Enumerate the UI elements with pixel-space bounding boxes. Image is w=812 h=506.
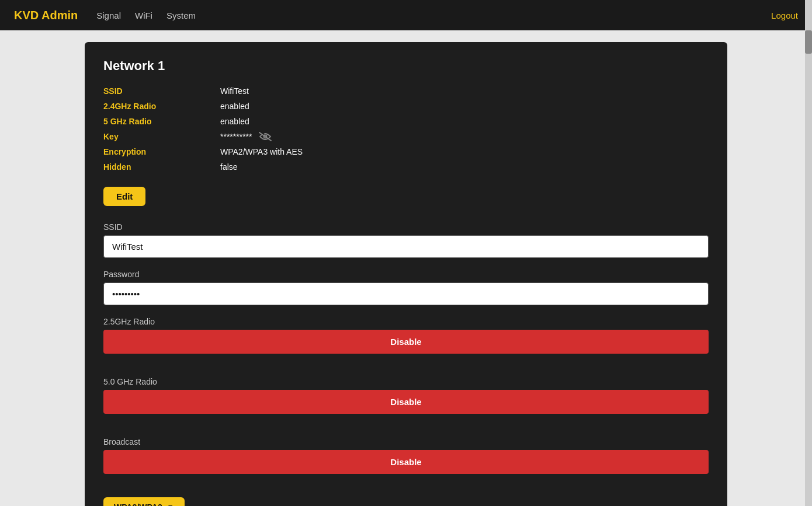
card-title: Network 1 <box>103 58 709 74</box>
nav-signal[interactable]: Signal <box>96 11 121 20</box>
disable-50-button[interactable]: Disable <box>103 390 709 414</box>
radio25-group: 2.5GHz Radio Disable <box>103 317 709 365</box>
password-form-group: Password <box>103 270 709 305</box>
ssid-value: WifiTest <box>220 85 709 97</box>
page-content: Network 1 SSID WifiTest 2.4GHz Radio ena… <box>0 30 812 506</box>
nav-links: Signal WiFi System <box>96 11 771 20</box>
wpa-dropdown-group: WPA2/WPA3 ▼ <box>103 497 709 506</box>
navbar: KVD Admin Signal WiFi System Logout <box>0 0 812 30</box>
scrollbar-thumb[interactable] <box>805 30 812 54</box>
ssid-form-group: SSID <box>103 222 709 258</box>
password-form-label: Password <box>103 270 709 279</box>
radio24-label: 2.4GHz Radio <box>103 100 220 112</box>
disable-broadcast-button[interactable]: Disable <box>103 450 709 474</box>
radio24-value: enabled <box>220 100 709 112</box>
wpa-dropdown-button[interactable]: WPA2/WPA3 ▼ <box>103 497 185 506</box>
ssid-label: SSID <box>103 85 220 97</box>
radio25-label: 2.5GHz Radio <box>103 317 709 326</box>
encryption-value: WPA2/WPA3 with AES <box>220 146 709 158</box>
hidden-value: false <box>220 161 709 173</box>
password-input[interactable] <box>103 282 709 305</box>
chevron-down-icon: ▼ <box>167 503 174 506</box>
ssid-form-label: SSID <box>103 222 709 232</box>
toggle-password-icon[interactable] <box>259 132 272 141</box>
brand-logo: KVD Admin <box>14 9 78 22</box>
info-table: SSID WifiTest 2.4GHz Radio enabled 5 GHz… <box>103 85 709 173</box>
wpa-label: WPA2/WPA3 <box>114 502 162 506</box>
encryption-label: Encryption <box>103 146 220 158</box>
radio5-value: enabled <box>220 116 709 127</box>
ssid-input[interactable] <box>103 235 709 258</box>
hidden-label: Hidden <box>103 161 220 173</box>
radio5-label: 5 GHz Radio <box>103 116 220 127</box>
broadcast-group: Broadcast Disable <box>103 437 709 486</box>
edit-button[interactable]: Edit <box>103 187 145 206</box>
radio50-label: 5.0 GHz Radio <box>103 377 709 386</box>
radio50-group: 5.0 GHz Radio Disable <box>103 377 709 425</box>
nav-system[interactable]: System <box>166 11 196 20</box>
nav-wifi[interactable]: WiFi <box>135 11 152 20</box>
logout-link[interactable]: Logout <box>771 11 798 20</box>
key-value: ********** <box>220 131 709 142</box>
network-card: Network 1 SSID WifiTest 2.4GHz Radio ena… <box>85 42 727 506</box>
broadcast-label: Broadcast <box>103 437 709 446</box>
key-label: Key <box>103 131 220 142</box>
scrollbar-track <box>805 0 812 506</box>
disable-24-button[interactable]: Disable <box>103 330 709 354</box>
